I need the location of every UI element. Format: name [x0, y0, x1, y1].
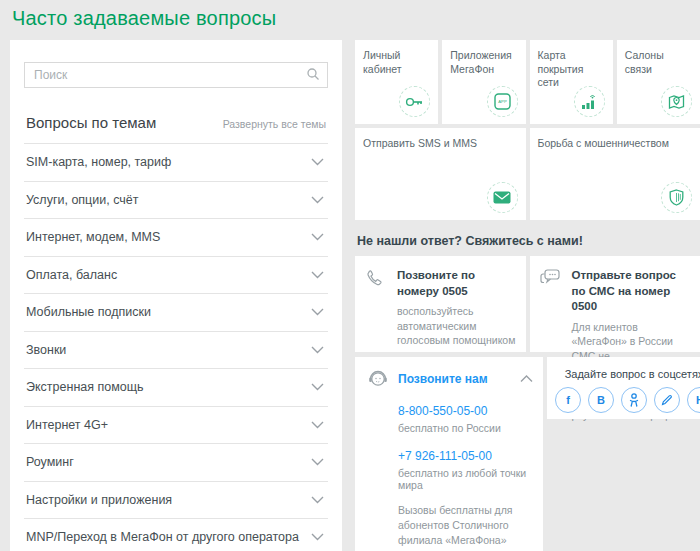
page-title: Часто задаваемые вопросы [0, 0, 700, 30]
chat-bubbles-icon [540, 268, 564, 342]
tile-label: Отправить SMS и MMS [363, 137, 518, 151]
accordion-item-label: Интернет 4G+ [26, 418, 108, 432]
call-us-header[interactable]: Позвоните нам [367, 369, 533, 389]
vk-glyph: B [597, 394, 605, 406]
chevron-down-icon [311, 158, 324, 166]
accordion-item-label: Мобильные подписки [26, 305, 151, 319]
accordion-item-label: Услуги, опции, счёт [26, 193, 138, 207]
accordion-item-label: Звонки [26, 343, 66, 357]
map-pin-icon [661, 86, 692, 117]
topics-header: Вопросы по темам Развернуть все темы [24, 114, 328, 143]
chevron-down-icon [311, 346, 324, 354]
accordion-item-calls[interactable]: Звонки [24, 332, 328, 370]
accordion-item-roaming[interactable]: Роуминг [24, 444, 328, 482]
shield-icon [661, 182, 692, 213]
tile-megafon-apps[interactable]: Приложения МегаФон APP [442, 40, 525, 124]
search-box [24, 62, 328, 88]
chevron-down-icon [311, 196, 324, 204]
accordion-item-label: MNP/Переход в МегаФон от другого операто… [26, 530, 299, 544]
social-h-glyph: H [696, 394, 700, 406]
search-icon[interactable] [306, 67, 320, 81]
accordion-item-label: Экстренная помощь [26, 380, 144, 394]
tile-label: Салоны связи [625, 49, 692, 76]
phone-number-federal-note: бесплатно по России [398, 422, 533, 434]
accordion-item-emergency[interactable]: Экстренная помощь [24, 369, 328, 407]
topics-title: Вопросы по темам [26, 114, 156, 131]
vk-icon[interactable]: B [588, 387, 614, 413]
phone-handset-icon [365, 268, 389, 342]
call-0505-card[interactable]: Позвоните по номеру 0505 воспользуйтесь … [355, 256, 526, 352]
app-icon: APP [487, 86, 518, 117]
accordion-item-label: SIM-карта, номер, тариф [26, 155, 171, 169]
call-us-note: Вызовы бесплатны для абонентов Столичног… [398, 503, 533, 549]
bottom-grid: Позвоните нам 8-800-550-05-00 бесплатно … [355, 357, 700, 551]
facebook-glyph: f [566, 394, 570, 406]
coverage-chart-icon [574, 86, 605, 117]
accordion-item-sim[interactable]: SIM-карта, номер, тариф [24, 144, 328, 182]
svg-text:APP: APP [498, 99, 507, 104]
tile-coverage-map[interactable]: Карта покрытия сети [530, 40, 613, 124]
contact-cards: Позвоните по номеру 0505 воспользуйтесь … [355, 256, 700, 352]
search-input[interactable] [24, 62, 328, 88]
chevron-down-icon [311, 421, 324, 429]
topics-panel: Вопросы по темам Развернуть все темы SIM… [10, 40, 342, 551]
social-card: Задайте вопрос в соцсетях f B H [547, 357, 700, 419]
accordion-item-4g[interactable]: Интернет 4G+ [24, 407, 328, 445]
chevron-down-icon [311, 233, 324, 241]
call-0505-subtitle: воспользуйтесь автоматическим голосовым … [397, 304, 516, 348]
chevron-down-icon [311, 496, 324, 504]
tiles-row-1: Личный кабинет Приложения МегаФон APP Ка… [355, 40, 700, 124]
contact-actions-column: Позвоните нам 8-800-550-05-00 бесплатно … [355, 357, 543, 551]
quick-links-panel: Личный кабинет Приложения МегаФон APP Ка… [355, 40, 700, 551]
tile-personal-cabinet[interactable]: Личный кабинет [355, 40, 438, 124]
call-0505-content: Позвоните по номеру 0505 воспользуйтесь … [397, 268, 516, 342]
facebook-icon[interactable]: f [555, 387, 581, 413]
tile-label: Борьба с мошенничеством [538, 137, 693, 151]
chevron-down-icon [311, 383, 324, 391]
key-icon [399, 86, 430, 117]
expand-all-link[interactable]: Развернуть все темы [223, 118, 326, 130]
social-heading: Задайте вопрос в соцсетях [555, 368, 700, 380]
tile-send-sms-mms[interactable]: Отправить SMS и MMS [355, 128, 526, 220]
accordion-item-payment[interactable]: Оплата, баланс [24, 257, 328, 295]
sms-0500-card[interactable]: Отправьте вопрос по СМС на номер 0500 Дл… [530, 256, 700, 352]
social-buttons: f B H [555, 387, 700, 413]
main-layout: Вопросы по темам Развернуть все темы SIM… [0, 40, 700, 551]
accordion-item-label: Настройки и приложения [26, 493, 172, 507]
accordion-item-subscriptions[interactable]: Мобильные подписки [24, 294, 328, 332]
tiles-row-2: Отправить SMS и MMS Борьба с мошенничест… [355, 128, 700, 220]
accordion-item-services[interactable]: Услуги, опции, счёт [24, 182, 328, 220]
call-us-title: Позвоните нам [398, 372, 512, 386]
accordion-item-label: Интернет, модем, MMS [26, 230, 160, 244]
call-0505-title: Позвоните по номеру 0505 [397, 268, 516, 299]
call-us-card: Позвоните нам 8-800-550-05-00 бесплатно … [355, 357, 543, 551]
phone-number-federal[interactable]: 8-800-550-05-00 [398, 404, 487, 418]
odnoklassniki-icon[interactable] [621, 387, 647, 413]
mail-icon [487, 182, 518, 213]
accordion-item-label: Роуминг [26, 455, 74, 469]
pencil-icon[interactable] [654, 387, 680, 413]
sms-0500-content: Отправьте вопрос по СМС на номер 0500 Дл… [572, 268, 691, 342]
chevron-down-icon [311, 271, 324, 279]
phone-number-international-note: бесплатно из любой точки мира [398, 467, 533, 491]
accordion-item-settings[interactable]: Настройки и приложения [24, 482, 328, 520]
topics-accordion: SIM-карта, номер, тариф Услуги, опции, с… [24, 143, 328, 551]
tile-label: Приложения МегаФон [450, 49, 517, 76]
faq-page: Часто задаваемые вопросы Вопросы по тема… [0, 0, 700, 551]
chevron-down-icon [311, 308, 324, 316]
accordion-item-internet[interactable]: Интернет, модем, MMS [24, 219, 328, 257]
social-h-icon[interactable]: H [687, 387, 700, 413]
sms-0500-title: Отправьте вопрос по СМС на номер 0500 [572, 268, 691, 315]
contact-heading: Не нашли ответ? Свяжитесь с нами! [357, 234, 700, 248]
tile-anti-fraud[interactable]: Борьба с мошенничеством [530, 128, 700, 220]
chevron-down-icon [311, 533, 324, 541]
chevron-up-icon[interactable] [520, 375, 533, 383]
tile-label: Личный кабинет [363, 49, 430, 76]
accordion-item-label: Оплата, баланс [26, 268, 117, 282]
headset-operator-icon [367, 369, 390, 389]
tile-label: Карта покрытия сети [538, 49, 605, 90]
accordion-item-mnp[interactable]: MNP/Переход в МегаФон от другого операто… [24, 519, 328, 551]
tile-retail-stores[interactable]: Салоны связи [617, 40, 700, 124]
phone-number-international[interactable]: +7 926-111-05-00 [398, 449, 492, 463]
chevron-down-icon [311, 458, 324, 466]
